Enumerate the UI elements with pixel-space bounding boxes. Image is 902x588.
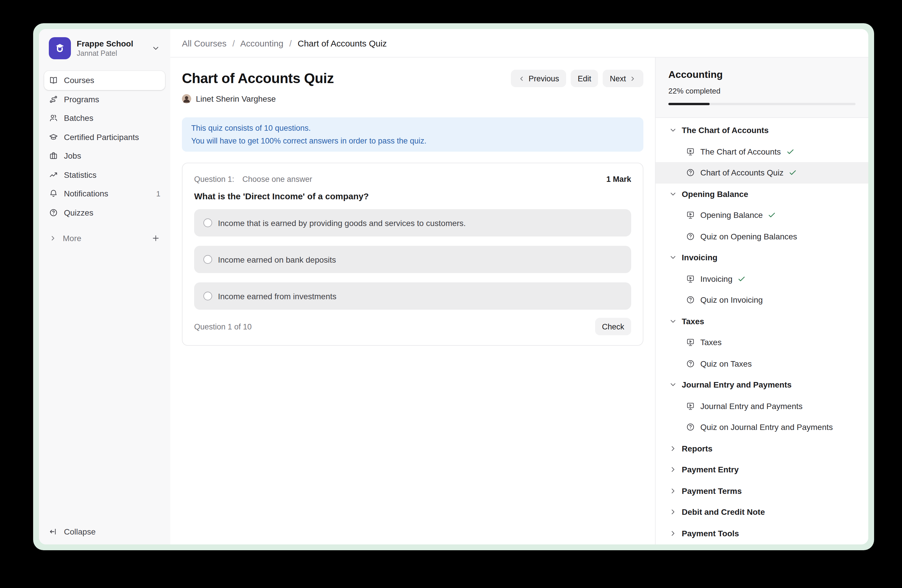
- chevron-right-icon: [670, 509, 676, 516]
- quiz-icon: [686, 168, 695, 178]
- breadcrumb-all-courses[interactable]: All Courses: [182, 38, 226, 48]
- outline-section-reports[interactable]: Reports: [656, 438, 868, 459]
- quiz-option-1[interactable]: Income that is earned by providing goods…: [194, 209, 631, 236]
- quiz-icon: [686, 232, 695, 241]
- radio-icon[interactable]: [204, 255, 212, 264]
- chevron-down-icon: [670, 191, 676, 197]
- sidebar-item-programs[interactable]: Programs: [44, 90, 165, 109]
- more-label: More: [63, 234, 81, 243]
- outline-item-label: Chart of Accounts Quiz: [700, 168, 783, 178]
- edit-button[interactable]: Edit: [571, 70, 598, 87]
- programs-icon: [49, 95, 58, 104]
- lesson-icon: [686, 338, 695, 347]
- quiz-notice: This quiz consists of 10 questions. You …: [182, 117, 644, 152]
- outline-item-quiz-on-opening-balances[interactable]: Quiz on Opening Balances: [656, 226, 868, 247]
- outline-item-label: Quiz on Journal Entry and Payments: [700, 423, 833, 432]
- main-content: Chart of Accounts Quiz Previous Edit: [170, 58, 655, 544]
- check-button[interactable]: Check: [595, 318, 631, 335]
- completed-check-icon: [738, 275, 746, 283]
- options-list: Income that is earned by providing goods…: [194, 209, 631, 310]
- topbar: All Courses / Accounting / Chart of Acco…: [170, 29, 868, 58]
- question-marks: 1 Mark: [606, 175, 631, 184]
- quiz-card: Question 1: Choose one answer 1 Mark Wha…: [182, 163, 644, 346]
- outline-section-payment-terms[interactable]: Payment Terms: [656, 480, 868, 501]
- breadcrumb-separator: /: [290, 38, 292, 48]
- sidebar-item-batches[interactable]: Batches: [44, 109, 165, 128]
- course-outline: The Chart of AccountsThe Chart of Accoun…: [656, 118, 868, 544]
- question-number-label: Question 1:: [194, 175, 234, 184]
- instructor-avatar: [182, 94, 191, 103]
- sidebar-nav: CoursesProgramsBatchesCertified Particip…: [39, 71, 170, 222]
- sidebar-item-statistics[interactable]: Statistics: [44, 165, 165, 184]
- outline-item-quiz-on-taxes[interactable]: Quiz on Taxes: [656, 353, 868, 374]
- outline-section-opening-balance[interactable]: Opening Balance: [656, 183, 868, 205]
- outline-item-the-chart-of-accounts[interactable]: The Chart of Accounts: [656, 141, 868, 162]
- sidebar-item-jobs[interactable]: Jobs: [44, 146, 165, 165]
- question-header: Question 1: Choose one answer 1 Mark: [194, 175, 631, 184]
- trending-up-icon: [49, 170, 58, 180]
- workspace-switcher[interactable]: Frappe School Jannat Patel: [44, 35, 165, 62]
- notification-count-badge: 1: [157, 189, 160, 198]
- radio-icon[interactable]: [204, 292, 212, 300]
- next-button[interactable]: Next: [603, 70, 644, 87]
- section-title: Opening Balance: [682, 189, 748, 199]
- workspace-user: Jannat Patel: [77, 49, 133, 58]
- outline-item-label: Invoicing: [700, 274, 733, 283]
- plus-icon[interactable]: [151, 234, 160, 243]
- outline-item-invoicing[interactable]: Invoicing: [656, 268, 868, 289]
- section-title: Taxes: [682, 317, 704, 326]
- sidebar-item-certified-participants[interactable]: Certified Participants: [44, 128, 165, 146]
- app-window: Frappe School Jannat Patel CoursesProgra…: [33, 23, 874, 550]
- outline-section-taxes[interactable]: Taxes: [656, 311, 868, 332]
- question-progress: Question 1 of 10: [194, 322, 252, 331]
- course-panel-header: Accounting 22% completed: [656, 58, 868, 118]
- bell-icon: [49, 189, 58, 199]
- sidebar-item-more[interactable]: More: [44, 229, 165, 247]
- outline-item-label: Quiz on Taxes: [700, 359, 752, 368]
- completed-check-icon: [768, 211, 776, 219]
- collapse-sidebar-button[interactable]: Collapse: [44, 522, 165, 541]
- lesson-icon: [686, 211, 695, 220]
- breadcrumb-current: Chart of Accounts Quiz: [298, 38, 387, 48]
- quiz-option-3[interactable]: Income earned from investments: [194, 282, 631, 310]
- radio-icon[interactable]: [204, 219, 212, 227]
- quiz-option-2[interactable]: Income earned on bank deposits: [194, 246, 631, 273]
- option-label: Income that is earned by providing goods…: [218, 218, 466, 227]
- previous-button[interactable]: Previous: [511, 70, 566, 87]
- lesson-icon: [686, 274, 695, 283]
- question-instruction: Choose one answer: [242, 175, 312, 184]
- section-title: Journal Entry and Payments: [682, 380, 792, 389]
- workspace-text: Frappe School Jannat Patel: [77, 39, 133, 58]
- outline-item-label: Quiz on Opening Balances: [700, 232, 797, 241]
- outline-section-journal-entry-and-payments[interactable]: Journal Entry and Payments: [656, 374, 868, 396]
- outline-section-debit-and-credit-note[interactable]: Debit and Credit Note: [656, 501, 868, 522]
- sidebar-item-courses[interactable]: Courses: [44, 71, 165, 90]
- sidebar-item-notifications[interactable]: Notifications1: [44, 184, 165, 203]
- outline-section-invoicing[interactable]: Invoicing: [656, 247, 868, 268]
- sidebar-item-label: Jobs: [64, 152, 81, 161]
- chevron-right-icon: [49, 234, 57, 242]
- chevron-down-icon: [670, 254, 676, 261]
- sidebar-item-label: Statistics: [64, 170, 97, 180]
- chevron-right-icon: [629, 75, 636, 82]
- outline-section-payment-entry[interactable]: Payment Entry: [656, 459, 868, 480]
- outline-item-opening-balance[interactable]: Opening Balance: [656, 205, 868, 226]
- section-title: Payment Terms: [682, 486, 742, 496]
- outline-item-chart-of-accounts-quiz[interactable]: Chart of Accounts Quiz: [656, 162, 868, 183]
- sidebar-item-label: Programs: [64, 95, 99, 104]
- sidebar-item-quizzes[interactable]: Quizzes: [44, 203, 165, 222]
- graduation-cap-icon: [49, 133, 58, 142]
- breadcrumb-accounting[interactable]: Accounting: [240, 38, 283, 48]
- sidebar-item-label: Notifications: [64, 189, 108, 199]
- breadcrumb: All Courses / Accounting / Chart of Acco…: [182, 38, 387, 48]
- author-row: Linet Sherin Varghese: [182, 94, 644, 103]
- outline-item-taxes[interactable]: Taxes: [656, 332, 868, 353]
- chevron-right-icon: [670, 466, 676, 473]
- outline-item-quiz-on-invoicing[interactable]: Quiz on Invoicing: [656, 289, 868, 311]
- outline-section-the-chart-of-accounts[interactable]: The Chart of Accounts: [656, 120, 868, 141]
- outline-item-journal-entry-and-payments[interactable]: Journal Entry and Payments: [656, 396, 868, 417]
- outline-item-quiz-on-journal-entry-and-payments[interactable]: Quiz on Journal Entry and Payments: [656, 417, 868, 438]
- chevron-down-icon: [151, 44, 160, 53]
- section-title: Invoicing: [682, 253, 717, 262]
- outline-section-payment-tools[interactable]: Payment Tools: [656, 522, 868, 544]
